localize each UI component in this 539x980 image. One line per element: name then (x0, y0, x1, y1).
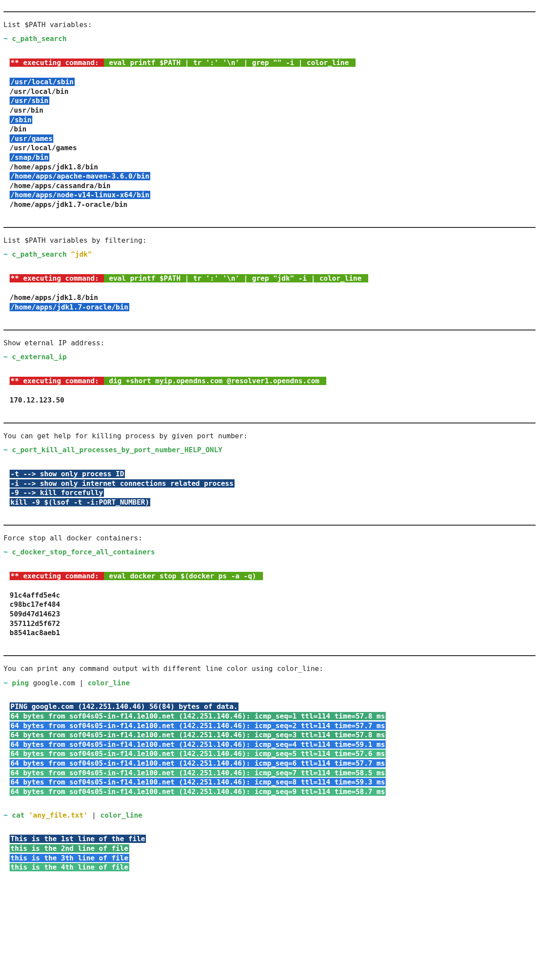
output-line: /home/apps/cassandra/bin (10, 182, 111, 190)
output-line: /usr/local/bin (10, 87, 69, 96)
section-desc: List $PATH variables: (3, 20, 536, 30)
command-name: c_external_ip (12, 353, 66, 361)
divider (3, 227, 536, 228)
output-line: 64 bytes from sof04s05-in-f14.1e100.net … (10, 787, 386, 796)
output-line: 64 bytes from sof04s05-in-f14.1e100.net … (10, 712, 386, 720)
prompt-tilde: ~ (3, 250, 8, 258)
section-desc: You can get help for killing process by … (3, 431, 536, 441)
output-line: 509d47d14623 (10, 610, 60, 618)
prompt-tilde: ~ (3, 811, 8, 819)
output-line: /sbin (10, 116, 32, 124)
output-line: this is the 3th line of file (10, 854, 129, 862)
output-line: /home/apps/jdk1.7-oracle/bin (10, 200, 128, 209)
divider (3, 525, 536, 526)
output-line: 64 bytes from sof04s05-in-f14.1e100.net … (10, 731, 386, 739)
command-name: c_port_kill_all_processes_by_port_number… (12, 446, 222, 454)
exec-label: ** executing command: (10, 58, 104, 67)
output-line: /bin (10, 125, 27, 133)
exec-cmd: eval printf $PATH | tr ':' '\n' | grep "… (104, 274, 368, 282)
output-line: c98bc17ef484 (10, 600, 60, 609)
pipe: | (88, 811, 100, 819)
section-desc: List $PATH variables by filtering: (3, 236, 536, 245)
prompt-line: ~ c_docker_stop_force_all_containers (3, 547, 536, 557)
exec-cmd: eval printf $PATH | tr ':' '\n' | grep "… (104, 58, 356, 67)
code-output: This is the 1st line of the filethis is … (3, 825, 536, 882)
ping-arg: google.com (33, 679, 75, 687)
ping-cmd: ping (12, 679, 29, 687)
output-line: 64 bytes from sof04s05-in-f14.1e100.net … (10, 778, 386, 786)
output-line: 91c4affd5e4c (10, 591, 60, 599)
output-line: 64 bytes from sof04s05-in-f14.1e100.net … (10, 722, 386, 730)
color-line-cmd: color_line (100, 811, 142, 819)
pipe: | (75, 679, 88, 687)
prompt-line: ~ ping google.com | color_line (3, 678, 536, 688)
output-line: /home/apps/node-v14-linux-x64/bin (10, 191, 150, 199)
prompt-tilde: ~ (3, 446, 8, 454)
output-line: this is the 4th line of file (10, 863, 129, 871)
output-line: 64 bytes from sof04s05-in-f14.1e100.net … (10, 759, 386, 767)
output-line: This is the 1st line of the file (10, 835, 146, 843)
output-line: 170.12.123.50 (10, 396, 64, 404)
output-line: /usr/sbin (10, 96, 49, 105)
command-name: c_path_search (12, 250, 66, 258)
output-line: PING google.com (142.251.140.46) 56(84) … (10, 702, 238, 711)
prompt-line: ~ c_path_search "jdk" (3, 250, 536, 259)
divider (3, 423, 536, 423)
prompt-tilde: ~ (3, 353, 8, 361)
output-line: /home/apps/jdk1.7-oracle/bin (10, 303, 129, 311)
output-line: kill -9 $(lsof -t -i:PORT_NUMBER) (10, 498, 150, 506)
code-output: ** executing command: eval printf $PATH … (3, 264, 536, 322)
prompt-tilde: ~ (3, 34, 8, 43)
output-line: /usr/bin (10, 106, 43, 114)
prompt-line: ~ c_port_kill_all_processes_by_port_numb… (3, 445, 536, 455)
output-line: 64 bytes from sof04s05-in-f14.1e100.net … (10, 769, 386, 777)
output-line: /usr/local/games (10, 144, 77, 152)
output-line: b8541ac8aeb1 (10, 629, 60, 637)
command-arg: "jdk" (71, 250, 92, 258)
output-line: /home/apps/jdk1.8/bin (10, 293, 98, 302)
output-line: 64 bytes from sof04s05-in-f14.1e100.net … (10, 740, 386, 749)
code-output: -t --> show only process ID-i --> show o… (3, 460, 536, 517)
output-line: -t --> show only process ID (10, 470, 125, 478)
output-line: this is the 2nd line of file (10, 844, 129, 853)
cat-cmd: cat (12, 811, 24, 819)
output-line: 64 bytes from sof04s05-in-f14.1e100.net … (10, 750, 386, 758)
exec-cmd: dig +short myip.opendns.com @resolver1.o… (104, 377, 326, 385)
color-line-cmd: color_line (88, 679, 130, 687)
command-name: c_path_search (12, 34, 66, 43)
exec-label: ** executing command: (10, 274, 104, 282)
prompt-line: ~ cat 'any_file.txt' | color_line (3, 811, 536, 820)
code-output: ** executing command: eval docker stop $… (3, 561, 536, 647)
divider (3, 330, 536, 330)
output-line: 357112d5f672 (10, 619, 60, 628)
cat-arg: 'any_file.txt' (29, 811, 88, 819)
prompt-line: ~ c_path_search (3, 34, 536, 44)
code-output: ** executing command: dig +short myip.op… (3, 366, 536, 414)
divider (3, 655, 536, 656)
section-desc: Force stop all docker containers: (3, 533, 536, 543)
output-line: /usr/games (10, 134, 53, 143)
divider (3, 11, 536, 12)
code-output: PING google.com (142.251.140.46) 56(84) … (3, 692, 536, 806)
prompt-tilde: ~ (3, 548, 8, 556)
output-line: -9 --> kill forcefully (10, 488, 104, 497)
code-output: ** executing command: eval printf $PATH … (3, 48, 536, 219)
exec-label: ** executing command: (10, 572, 104, 580)
prompt-tilde: ~ (3, 679, 8, 687)
command-name: c_docker_stop_force_all_containers (12, 548, 155, 556)
exec-label: ** executing command: (10, 377, 104, 385)
section-desc: You can print any command output with di… (3, 664, 536, 674)
output-line: -i --> show only internet connections re… (10, 479, 235, 488)
output-line: /home/apps/apache-maven-3.6.0/bin (10, 172, 150, 180)
output-line: /usr/local/sbin (10, 78, 75, 86)
section-desc: Show eternal IP address: (3, 338, 536, 348)
exec-cmd: eval docker stop $(docker ps -a -q) (104, 572, 263, 580)
output-line: /home/apps/jdk1.8/bin (10, 163, 98, 171)
output-line: /snap/bin (10, 153, 49, 162)
prompt-line: ~ c_external_ip (3, 352, 536, 362)
